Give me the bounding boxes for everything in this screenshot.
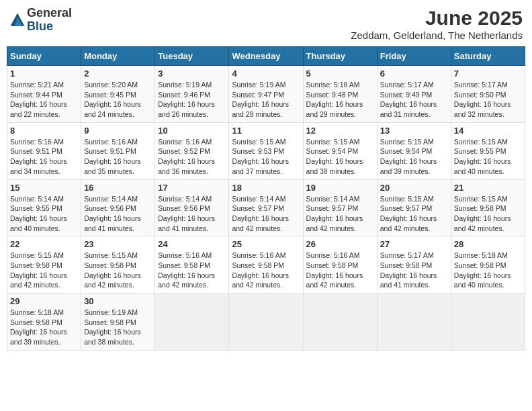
calendar-cell: 29 Sunrise: 5:18 AM Sunset: 9:58 PM Dayl…	[7, 293, 81, 351]
day-number: 3	[158, 68, 226, 79]
day-number: 21	[454, 183, 522, 193]
daylight-label: Daylight: 16 hours and 42 minutes.	[232, 271, 289, 289]
day-info: Sunrise: 5:21 AM Sunset: 9:44 PM Dayligh…	[10, 80, 78, 120]
calendar-cell: 17 Sunrise: 5:14 AM Sunset: 9:56 PM Dayl…	[155, 179, 229, 236]
calendar-week-row-4: 22 Sunrise: 5:15 AM Sunset: 9:58 PM Dayl…	[7, 236, 525, 293]
sunset-label: Sunset: 9:52 PM	[158, 147, 210, 155]
daylight-label: Daylight: 16 hours and 42 minutes.	[380, 214, 437, 232]
sunset-label: Sunset: 9:51 PM	[10, 147, 62, 155]
day-number: 12	[306, 126, 374, 136]
calendar-week-row-3: 15 Sunrise: 5:14 AM Sunset: 9:55 PM Dayl…	[7, 179, 525, 236]
calendar-cell: 21 Sunrise: 5:15 AM Sunset: 9:58 PM Dayl…	[451, 179, 525, 236]
day-number: 26	[306, 239, 374, 249]
calendar-cell: 8 Sunrise: 5:16 AM Sunset: 9:51 PM Dayli…	[7, 122, 81, 179]
calendar-cell	[229, 293, 303, 351]
daylight-label: Daylight: 16 hours and 39 minutes.	[380, 157, 437, 175]
calendar-cell: 5 Sunrise: 5:18 AM Sunset: 9:48 PM Dayli…	[303, 66, 377, 123]
calendar-cell: 30 Sunrise: 5:19 AM Sunset: 9:58 PM Dayl…	[81, 293, 155, 351]
sunrise-label: Sunrise: 5:15 AM	[232, 138, 285, 146]
sunrise-label: Sunrise: 5:17 AM	[380, 251, 434, 259]
daylight-label: Daylight: 16 hours and 41 minutes.	[380, 271, 437, 289]
sunset-label: Sunset: 9:50 PM	[454, 91, 506, 99]
day-info: Sunrise: 5:19 AM Sunset: 9:46 PM Dayligh…	[158, 80, 226, 120]
sunset-label: Sunset: 9:56 PM	[158, 204, 210, 212]
calendar-cell: 10 Sunrise: 5:16 AM Sunset: 9:52 PM Dayl…	[155, 122, 229, 179]
calendar-cell: 18 Sunrise: 5:14 AM Sunset: 9:57 PM Dayl…	[229, 179, 303, 236]
day-info: Sunrise: 5:15 AM Sunset: 9:58 PM Dayligh…	[84, 250, 152, 290]
logo: General Blue	[9, 7, 72, 34]
daylight-label: Daylight: 16 hours and 40 minutes.	[10, 214, 67, 232]
calendar-cell	[377, 293, 451, 351]
sunrise-label: Sunrise: 5:15 AM	[10, 251, 64, 259]
day-info: Sunrise: 5:16 AM Sunset: 9:51 PM Dayligh…	[10, 137, 78, 177]
sunrise-label: Sunrise: 5:16 AM	[232, 251, 285, 259]
sunset-label: Sunset: 9:58 PM	[454, 204, 506, 212]
sunrise-label: Sunrise: 5:15 AM	[380, 195, 434, 203]
daylight-label: Daylight: 16 hours and 29 minutes.	[306, 100, 363, 118]
day-number: 22	[10, 239, 78, 249]
day-info: Sunrise: 5:15 AM Sunset: 9:54 PM Dayligh…	[380, 137, 448, 177]
daylight-label: Daylight: 16 hours and 41 minutes.	[158, 214, 215, 232]
sunrise-label: Sunrise: 5:14 AM	[10, 195, 64, 203]
sunrise-label: Sunrise: 5:14 AM	[84, 195, 138, 203]
day-info: Sunrise: 5:16 AM Sunset: 9:58 PM Dayligh…	[158, 250, 226, 290]
sunrise-label: Sunrise: 5:21 AM	[10, 81, 64, 89]
calendar-table: Sunday Monday Tuesday Wednesday Thursday…	[7, 46, 525, 351]
location-subtitle: Zeddam, Gelderland, The Netherlands	[351, 30, 523, 41]
sunset-label: Sunset: 9:57 PM	[232, 204, 284, 212]
logo-blue: Blue	[27, 20, 72, 34]
calendar-cell: 12 Sunrise: 5:15 AM Sunset: 9:54 PM Dayl…	[303, 122, 377, 179]
daylight-label: Daylight: 16 hours and 35 minutes.	[84, 157, 141, 175]
day-info: Sunrise: 5:14 AM Sunset: 9:57 PM Dayligh…	[232, 194, 300, 234]
sunrise-label: Sunrise: 5:15 AM	[454, 138, 508, 146]
daylight-label: Daylight: 16 hours and 39 minutes.	[10, 328, 67, 346]
day-info: Sunrise: 5:14 AM Sunset: 9:55 PM Dayligh…	[10, 194, 78, 234]
title-block: June 2025 Zeddam, Gelderland, The Nether…	[351, 7, 523, 41]
sunrise-label: Sunrise: 5:15 AM	[84, 251, 138, 259]
calendar-cell	[155, 293, 229, 351]
sunset-label: Sunset: 9:54 PM	[306, 147, 359, 155]
calendar-cell: 27 Sunrise: 5:17 AM Sunset: 9:58 PM Dayl…	[377, 236, 451, 293]
daylight-label: Daylight: 16 hours and 37 minutes.	[232, 157, 289, 175]
sunset-label: Sunset: 9:58 PM	[380, 261, 433, 269]
day-number: 6	[380, 68, 448, 79]
day-number: 24	[158, 239, 226, 249]
day-number: 19	[306, 183, 374, 193]
calendar-week-row-5: 29 Sunrise: 5:18 AM Sunset: 9:58 PM Dayl…	[7, 293, 525, 351]
day-number: 1	[10, 68, 78, 79]
sunset-label: Sunset: 9:58 PM	[10, 318, 62, 326]
calendar-cell: 9 Sunrise: 5:16 AM Sunset: 9:51 PM Dayli…	[81, 122, 155, 179]
daylight-label: Daylight: 16 hours and 38 minutes.	[84, 328, 141, 346]
day-info: Sunrise: 5:16 AM Sunset: 9:58 PM Dayligh…	[306, 250, 374, 290]
daylight-label: Daylight: 16 hours and 38 minutes.	[306, 157, 363, 175]
calendar-cell: 6 Sunrise: 5:17 AM Sunset: 9:49 PM Dayli…	[377, 66, 451, 123]
daylight-label: Daylight: 16 hours and 42 minutes.	[306, 214, 363, 232]
sunrise-label: Sunrise: 5:16 AM	[158, 138, 212, 146]
daylight-label: Daylight: 16 hours and 40 minutes.	[454, 271, 511, 289]
daylight-label: Daylight: 16 hours and 42 minutes.	[158, 271, 215, 289]
col-wednesday: Wednesday	[229, 47, 303, 66]
sunrise-label: Sunrise: 5:19 AM	[158, 81, 212, 89]
day-number: 13	[380, 126, 448, 136]
daylight-label: Daylight: 16 hours and 41 minutes.	[84, 214, 141, 232]
sunrise-label: Sunrise: 5:14 AM	[232, 195, 285, 203]
daylight-label: Daylight: 16 hours and 28 minutes.	[232, 100, 289, 118]
sunrise-label: Sunrise: 5:15 AM	[454, 195, 508, 203]
sunset-label: Sunset: 9:55 PM	[10, 204, 62, 212]
col-thursday: Thursday	[303, 47, 377, 66]
day-info: Sunrise: 5:15 AM Sunset: 9:58 PM Dayligh…	[454, 194, 522, 234]
calendar-cell: 23 Sunrise: 5:15 AM Sunset: 9:58 PM Dayl…	[81, 236, 155, 293]
calendar-cell: 25 Sunrise: 5:16 AM Sunset: 9:58 PM Dayl…	[229, 236, 303, 293]
day-number: 9	[84, 126, 152, 136]
day-number: 10	[158, 126, 226, 136]
sunset-label: Sunset: 9:48 PM	[306, 91, 359, 99]
col-sunday: Sunday	[7, 47, 81, 66]
logo-general: General	[27, 7, 72, 20]
sunset-label: Sunset: 9:58 PM	[84, 261, 136, 269]
day-number: 15	[10, 183, 78, 193]
day-number: 14	[454, 126, 522, 136]
sunrise-label: Sunrise: 5:17 AM	[454, 81, 508, 89]
sunset-label: Sunset: 9:53 PM	[232, 147, 284, 155]
day-info: Sunrise: 5:15 AM Sunset: 9:58 PM Dayligh…	[10, 250, 78, 290]
col-tuesday: Tuesday	[155, 47, 229, 66]
